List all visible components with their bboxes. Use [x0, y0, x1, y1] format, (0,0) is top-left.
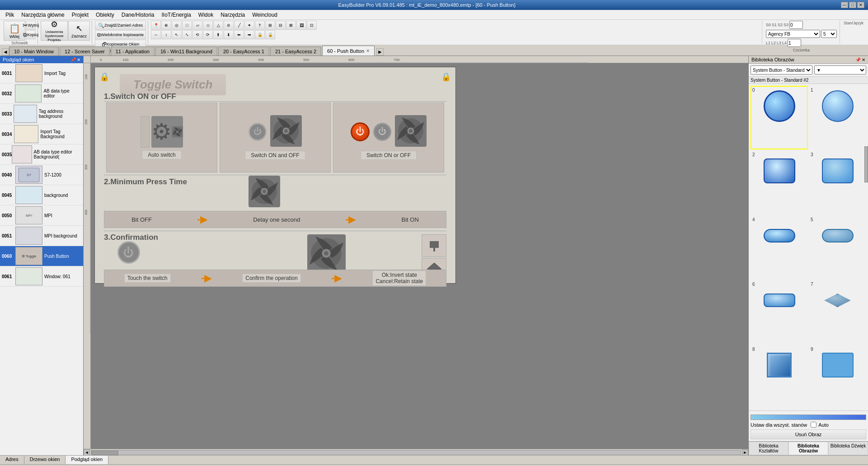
remove-image-button[interactable]: Usuń Obraz [751, 429, 866, 439]
right-panel-pin[interactable]: 📌 [855, 57, 861, 62]
wklej-button[interactable]: 📋 Wklej [4, 21, 25, 41]
wytnij-button[interactable]: ✂ Wytnij [26, 21, 36, 30]
lib-item-4[interactable]: 4 [751, 215, 808, 279]
menu-obiekty[interactable]: Obiekty [92, 11, 118, 19]
lib-auto-check[interactable] [811, 422, 816, 428]
bottom-tab-adres[interactable]: Adres [0, 456, 24, 464]
menu-weincloud[interactable]: Weincloud [249, 11, 281, 19]
multi-copy-button[interactable]: ⧉ Wielokrotne kopiowanie [95, 30, 146, 39]
menu-iiot[interactable]: IIoT/Energia [158, 11, 194, 19]
align-btn-4[interactable]: 🖼 [296, 21, 306, 30]
tool-btn-6[interactable]: ⟳ [203, 30, 213, 39]
maximize-button[interactable]: □ [849, 2, 856, 8]
h-scrollbar[interactable]: ◄ ► [84, 449, 748, 455]
tool-btn-12[interactable]: 🔓 [265, 30, 275, 39]
s3-input[interactable] [789, 21, 803, 29]
lib-item-7[interactable]: 7 [809, 280, 866, 344]
lib-sub-select[interactable]: ▼ [814, 65, 866, 75]
h-scroll-thumb[interactable] [91, 451, 118, 455]
font-size-select[interactable]: 5 [821, 30, 837, 38]
bottom-tab-drzewo[interactable]: Drzewo okien [24, 456, 66, 464]
right-panel-close[interactable]: ✕ [862, 57, 865, 62]
tab-12[interactable]: 12 - Screen Saver [60, 47, 110, 56]
kopiuj-button[interactable]: ⧉ Kopiuj [26, 30, 36, 39]
menu-dane[interactable]: Dane/Historia [118, 11, 158, 19]
thumb-0035[interactable]: 0035 AB data type editor Background( [0, 144, 83, 165]
lib-item-9[interactable]: 9 [809, 345, 866, 409]
thumb-0045[interactable]: 0045 background [0, 185, 83, 205]
canvas-scroll[interactable]: 🔒 🔒 Toggle Switch 1.Switch ON or OFF [91, 63, 748, 449]
tool-btn-2[interactable]: ↕ [161, 30, 171, 39]
tab-16[interactable]: 16 - Win11 Background [155, 47, 217, 56]
lib-item-5[interactable]: 5 [809, 215, 866, 279]
find-replace-button[interactable]: 🔍 Znajdź/Zamień Adres [95, 21, 146, 30]
l4-input[interactable] [788, 39, 801, 47]
tab-21[interactable]: 21 - EasyAccess 2 [270, 47, 321, 56]
thumb-0050[interactable]: 0050 MPI MPI [0, 205, 83, 226]
lib-item-0[interactable]: 0 [751, 86, 808, 149]
lib-item-3[interactable]: 3 [809, 150, 866, 214]
design-canvas[interactable]: 🔒 🔒 Toggle Switch 1.Switch ON or OFF [94, 67, 456, 284]
draw-btn-3[interactable]: ◎ [172, 21, 182, 30]
menu-plik[interactable]: Plik [2, 11, 18, 19]
switchonoroff-box[interactable]: ⏻ ⏻ [333, 103, 444, 172]
lib-item-8[interactable]: 8 [751, 345, 808, 409]
lib-main-select[interactable]: System Button - Standard [751, 65, 812, 75]
draw-btn-9[interactable]: ╱ [234, 21, 244, 30]
tab-10[interactable]: 10 - Main Window [9, 47, 59, 56]
draw-btn-2[interactable]: ⊕ [161, 21, 171, 30]
tool-btn-8[interactable]: ⬇ [224, 30, 234, 39]
menu-narzedzia2[interactable]: Narzędzia [217, 11, 249, 19]
tool-btn-11[interactable]: 🔒 [255, 30, 265, 39]
left-panel-close[interactable]: ✕ [77, 57, 80, 62]
font-family-select[interactable]: Agency FB [766, 30, 820, 38]
tool-btn-4[interactable]: ⤡ [182, 30, 192, 39]
lib-item-6[interactable]: 6 [751, 280, 808, 344]
titlebar-controls[interactable]: — □ ✕ [841, 2, 864, 8]
switchonoff-box[interactable]: ⏻ [220, 103, 331, 172]
thumb-0034[interactable]: 0034 Inport Tag Background [0, 124, 83, 144]
tab-20[interactable]: 20 - EasyAccess 1 [218, 47, 269, 56]
thumb-0061[interactable]: 0061 Window: 061 [0, 266, 83, 287]
autoswitch-box[interactable]: Auto switch [106, 103, 217, 172]
lib-tab-images[interactable]: Biblioteka Obrazów [788, 442, 828, 455]
thumb-0060[interactable]: 0060 ⚙ Toggle Push Button [0, 246, 83, 266]
thumb-0031[interactable]: 0031 Import Tag [0, 63, 83, 84]
bottom-tab-podglad[interactable]: Podgląd okien [66, 456, 108, 464]
align-btn-2[interactable]: ⊟ [276, 21, 286, 30]
h-scroll-track[interactable] [91, 450, 741, 455]
lib-item-2[interactable]: 2 [751, 150, 808, 214]
align-btn-5[interactable]: ⊡ [307, 21, 317, 30]
tool-btn-7[interactable]: ⬆ [213, 30, 223, 39]
thumb-0032[interactable]: 0032 AB data type editor [0, 84, 83, 104]
scroll-right-btn[interactable]: ► [742, 449, 748, 456]
tool-btn-3[interactable]: ↖ [172, 30, 182, 39]
draw-btn-10[interactable]: ✦ [244, 21, 254, 30]
draw-btn-1[interactable]: 📍 [151, 21, 161, 30]
draw-btn-7[interactable]: △ [213, 21, 223, 30]
tool-btn-9[interactable]: ⬅ [234, 30, 244, 39]
system-settings-button[interactable]: ⚙ Ustawienia Systemowe Projektu [41, 21, 68, 41]
menu-narzedzia[interactable]: Narzędzia główne [18, 11, 68, 19]
zaznacz-button[interactable]: ↖ Zaznacz [68, 21, 90, 41]
draw-btn-6[interactable]: ◇ [203, 21, 213, 30]
lib-tab-sounds[interactable]: Biblioteka Dźwięk [828, 442, 868, 455]
right-panel-scrollbar[interactable] [864, 146, 868, 182]
tool-btn-1[interactable]: ↔ [151, 30, 161, 39]
align-btn-1[interactable]: ⊞ [265, 21, 275, 30]
nav-down-button[interactable] [422, 234, 446, 257]
draw-btn-8[interactable]: ⊘ [224, 21, 234, 30]
draw-btn-4[interactable]: □ [182, 21, 192, 30]
close-button[interactable]: ✕ [857, 2, 864, 8]
thumb-0040[interactable]: 0040 S7 S7-1200 [0, 165, 83, 185]
tab-scroll-left[interactable]: ◄ [2, 48, 9, 56]
draw-btn-11[interactable]: T [255, 21, 265, 30]
tab-60[interactable]: 60 - Push Button ✕ [322, 46, 375, 56]
tool-btn-10[interactable]: ➡ [244, 30, 254, 39]
tool-btn-5[interactable]: ⟲ [192, 30, 202, 39]
tab-scroll-right[interactable]: ► [376, 48, 384, 56]
tab-11[interactable]: 11 - Application [111, 47, 155, 56]
align-btn-3[interactable]: ⊠ [286, 21, 296, 30]
lib-item-1[interactable]: 1 [809, 86, 866, 149]
thumb-0033[interactable]: 0033 Tag address background [0, 104, 83, 124]
